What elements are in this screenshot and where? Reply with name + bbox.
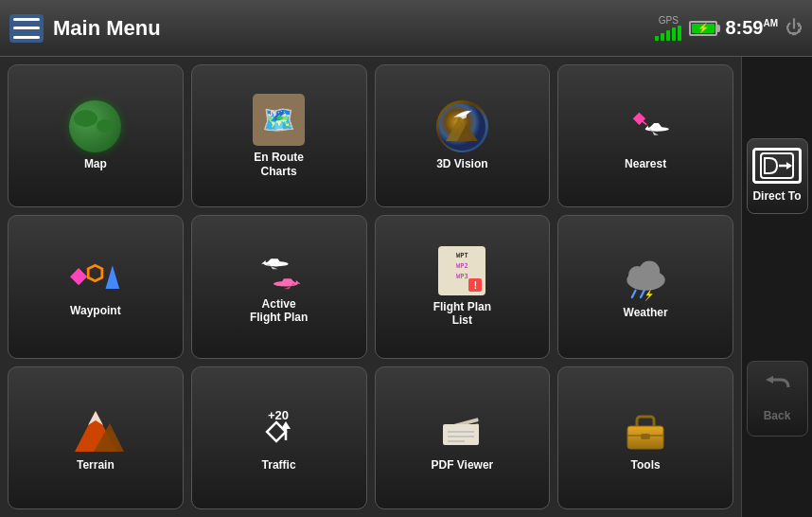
battery-indicator: ⚡ <box>689 21 717 36</box>
svg-line-27 <box>641 291 644 297</box>
3d-vision-button[interactable]: 3D Vision <box>375 64 551 207</box>
tools-label: Tools <box>631 458 661 472</box>
flight-list-label: Flight PlanList <box>433 300 491 328</box>
waypoint-icon <box>69 257 121 299</box>
svg-marker-28 <box>644 289 652 301</box>
menu-icon[interactable] <box>9 14 44 43</box>
svg-marker-20 <box>280 278 296 284</box>
svg-line-26 <box>631 291 635 297</box>
vision-icon <box>436 100 488 152</box>
svg-marker-9 <box>647 123 662 129</box>
gps-status: GPS <box>655 15 681 41</box>
battery-symbol: ⚡ <box>697 23 709 33</box>
flight-plan-list-button[interactable]: WPT WP2 WP3 ! Flight PlanList <box>375 215 551 358</box>
terrain-label: Terrain <box>77 458 115 472</box>
waypoint-button[interactable]: Waypoint <box>8 215 184 358</box>
svg-rect-44 <box>641 434 650 439</box>
svg-point-25 <box>639 261 660 282</box>
weather-icon <box>620 254 672 301</box>
gps-bar-2 <box>661 33 664 41</box>
svg-text:+20: +20 <box>268 408 289 422</box>
direct-to-icon <box>752 148 802 184</box>
enroute-label: En RouteCharts <box>254 151 304 178</box>
gps-bar-5 <box>678 26 681 41</box>
svg-marker-22 <box>296 280 301 284</box>
pdf-viewer-label: PDF Viewer <box>431 458 493 472</box>
map-button[interactable]: Map <box>8 64 184 207</box>
traffic-button[interactable]: +20 Traffic <box>191 366 367 509</box>
tools-icon <box>617 404 674 454</box>
enroute-icon: 🗺️ <box>253 94 305 146</box>
gps-label: GPS <box>659 15 679 26</box>
pdf-viewer-button[interactable]: PDF Viewer <box>375 366 551 509</box>
direct-to-label: Direct To <box>752 189 801 203</box>
time-suffix: AM <box>763 18 778 28</box>
back-label: Back <box>764 409 791 422</box>
svg-marker-11 <box>644 125 647 129</box>
weather-button[interactable]: Weather <box>557 215 733 358</box>
gps-bar-4 <box>672 27 676 41</box>
weather-label: Weather <box>624 306 668 319</box>
svg-marker-14 <box>106 265 120 289</box>
clock: 8:59AM <box>725 17 778 39</box>
enroute-charts-button[interactable]: 🗺️ En RouteCharts <box>191 64 367 207</box>
direct-to-button[interactable]: Direct To <box>747 138 808 214</box>
svg-marker-49 <box>766 376 773 383</box>
traffic-label: Traffic <box>262 458 296 472</box>
waypoint-label: Waypoint <box>70 304 121 317</box>
traffic-icon: +20 <box>251 404 308 454</box>
time-value: 8:59 <box>725 17 763 38</box>
terrain-button[interactable]: Terrain <box>8 366 184 509</box>
active-flight-plan-button[interactable]: ActiveFlight Plan <box>191 215 367 358</box>
flight-list-icon: WPT WP2 WP3 ! <box>438 246 485 295</box>
svg-marker-48 <box>786 162 792 169</box>
nearest-label: Nearest <box>625 157 666 170</box>
svg-rect-12 <box>70 268 87 285</box>
back-icon <box>762 374 792 403</box>
active-fp-icon <box>253 250 305 293</box>
menu-grid: Map 🗺️ En RouteCharts <box>0 57 741 517</box>
globe-icon <box>69 100 121 152</box>
gps-bars <box>655 26 681 41</box>
svg-rect-33 <box>267 422 286 441</box>
sidebar: Direct To Back <box>741 57 812 517</box>
active-fp-label: ActiveFlight Plan <box>250 297 308 325</box>
vision-label: 3D Vision <box>436 157 487 170</box>
svg-marker-16 <box>266 258 282 264</box>
pdf-icon <box>436 404 488 454</box>
svg-marker-13 <box>89 265 103 281</box>
svg-marker-18 <box>261 260 266 264</box>
battery-fill: ⚡ <box>692 24 715 33</box>
nearest-icon <box>620 100 672 152</box>
map-label: Map <box>84 157 107 170</box>
svg-marker-35 <box>281 421 291 429</box>
terrain-icon <box>67 404 124 454</box>
gps-bar-3 <box>666 30 670 41</box>
tools-button[interactable]: Tools <box>557 366 733 509</box>
back-button[interactable]: Back <box>747 361 808 437</box>
nearest-button[interactable]: Nearest <box>557 64 733 207</box>
header-left: Main Menu <box>9 14 161 43</box>
main-content: Map 🗺️ En RouteCharts <box>0 57 812 517</box>
header-right: GPS ⚡ 8:59AM ⏻ <box>655 15 803 41</box>
header: Main Menu GPS ⚡ 8:59AM ⏻ <box>0 0 812 57</box>
power-button[interactable]: ⏻ <box>786 18 803 38</box>
battery-icon: ⚡ <box>689 21 717 36</box>
page-title: Main Menu <box>53 16 161 41</box>
gps-bar-1 <box>655 36 659 41</box>
